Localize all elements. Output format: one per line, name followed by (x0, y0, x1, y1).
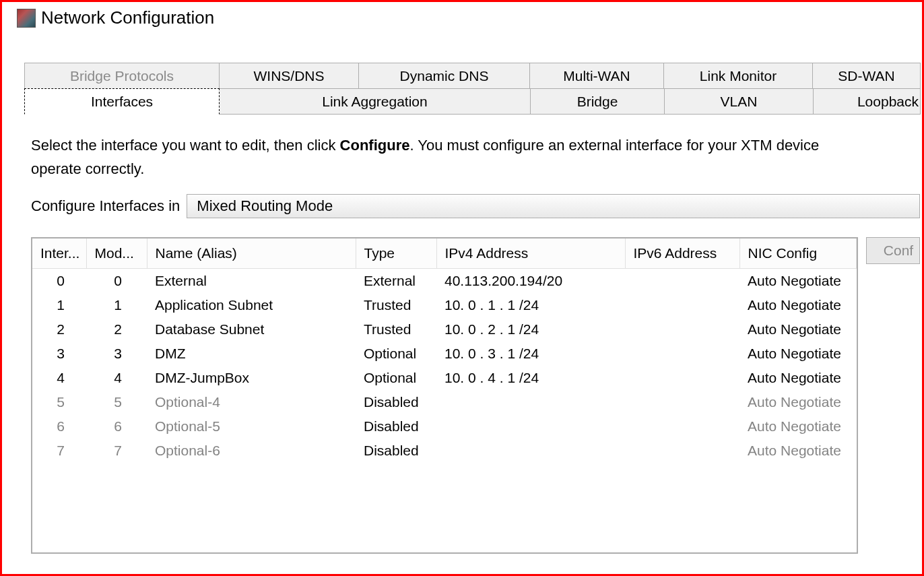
cell-ipv6 (625, 414, 739, 439)
cell-ipv4: 10. 0 . 3 . 1 /24 (436, 342, 625, 366)
cell-interface: 4 (32, 366, 86, 390)
tab-row-back: Bridge Protocols WINS/DNS Dynamic DNS Mu… (24, 63, 920, 88)
cell-module: 0 (86, 269, 147, 294)
tab-link-monitor[interactable]: Link Monitor (663, 63, 813, 89)
cell-interface: 6 (32, 414, 86, 439)
cell-name: Optional-4 (147, 390, 356, 414)
cell-type: Trusted (356, 317, 436, 342)
client-area: Bridge Protocols WINS/DNS Dynamic DNS Mu… (4, 42, 920, 572)
tab-row-front: Interfaces Link Aggregation Bridge VLAN … (24, 88, 920, 114)
cell-name: Database Subnet (147, 317, 356, 342)
col-type[interactable]: Type (356, 238, 436, 269)
cell-ipv4 (436, 390, 625, 414)
cell-ipv4: 10. 0 . 4 . 1 /24 (436, 366, 625, 390)
routing-mode-value: Mixed Routing Mode (197, 197, 333, 215)
col-ipv6-address[interactable]: IPv6 Address (625, 238, 739, 269)
cell-nic: Auto Negotiate (739, 317, 857, 342)
tab-sd-wan[interactable]: SD-WAN (812, 63, 921, 89)
cell-module: 6 (86, 414, 147, 439)
instruction-bold: Configure (340, 137, 410, 154)
cell-type: Optional (356, 366, 436, 390)
routing-mode-select[interactable]: Mixed Routing Mode (187, 194, 920, 218)
cell-interface: 3 (32, 342, 86, 366)
cell-interface: 2 (32, 317, 86, 342)
tab-bridge[interactable]: Bridge (530, 88, 665, 115)
cell-nic: Auto Negotiate (739, 414, 857, 439)
table-row[interactable]: 33DMZOptional10. 0 . 3 . 1 /24Auto Negot… (32, 342, 857, 366)
instruction-pre: Select the interface you want to edit, t… (31, 137, 340, 154)
instruction-post: . You must configure an external interfa… (409, 137, 819, 154)
cell-ipv6 (625, 342, 739, 366)
tab-loopback[interactable]: Loopback (813, 88, 921, 115)
configure-button[interactable]: Conf (866, 237, 920, 264)
tab-link-aggregation[interactable]: Link Aggregation (219, 88, 531, 115)
interfaces-grid[interactable]: Inter... Mod... Name (Alias) Type IPv4 A… (31, 237, 858, 554)
cell-nic: Auto Negotiate (739, 342, 857, 366)
cell-module: 3 (86, 342, 147, 366)
cell-ipv6 (625, 366, 739, 390)
cell-interface: 0 (32, 269, 86, 294)
instruction-text: Select the interface you want to edit, t… (31, 133, 920, 181)
tab-vlan[interactable]: VLAN (664, 88, 814, 115)
table-row[interactable]: 00ExternalExternal40.113.200.194/20Auto … (32, 269, 857, 294)
table-row[interactable]: 22Database SubnetTrusted10. 0 . 2 . 1 /2… (32, 317, 857, 342)
cell-ipv6 (625, 269, 739, 294)
cell-type: Trusted (356, 293, 436, 317)
cell-nic: Auto Negotiate (739, 269, 857, 294)
mode-label: Configure Interfaces in (31, 197, 180, 215)
table-row[interactable]: 77Optional-6DisabledAuto Negotiate (32, 439, 857, 463)
col-nic-config[interactable]: NIC Config (739, 238, 857, 269)
col-module[interactable]: Mod... (86, 238, 147, 269)
cell-ipv6 (625, 390, 739, 414)
table-row[interactable]: 66Optional-5DisabledAuto Negotiate (32, 414, 857, 439)
col-interface[interactable]: Inter... (32, 238, 86, 269)
title-bar: Network Configuration (2, 2, 922, 31)
tab-wins-dns[interactable]: WINS/DNS (219, 63, 359, 89)
cell-module: 5 (86, 390, 147, 414)
cell-ipv4: 40.113.200.194/20 (436, 269, 625, 294)
window-title: Network Configuration (41, 7, 214, 28)
cell-interface: 1 (32, 293, 86, 317)
cell-ipv6 (625, 293, 739, 317)
cell-name: Application Subnet (147, 293, 356, 317)
col-ipv4-address[interactable]: IPv4 Address (436, 238, 625, 269)
tab-dynamic-dns[interactable]: Dynamic DNS (358, 63, 530, 89)
cell-type: Optional (356, 342, 436, 366)
cell-name: DMZ (147, 342, 356, 366)
tab-bridge-protocols[interactable]: Bridge Protocols (24, 63, 220, 89)
cell-name: DMZ-JumpBox (147, 366, 356, 390)
cell-ipv4: 10. 0 . 2 . 1 /24 (436, 317, 625, 342)
cell-nic: Auto Negotiate (739, 366, 857, 390)
cell-nic: Auto Negotiate (739, 293, 857, 317)
tab-multi-wan[interactable]: Multi-WAN (529, 63, 664, 89)
grid-header-row: Inter... Mod... Name (Alias) Type IPv4 A… (32, 238, 857, 269)
cell-nic: Auto Negotiate (739, 390, 857, 414)
cell-ipv4: 10. 0 . 1 . 1 /24 (436, 293, 625, 317)
cell-ipv6 (625, 439, 739, 463)
cell-ipv4 (436, 414, 625, 439)
table-row[interactable]: 11Application SubnetTrusted10. 0 . 1 . 1… (32, 293, 857, 317)
mode-row: Configure Interfaces in Mixed Routing Mo… (31, 194, 920, 218)
table-row[interactable]: 55Optional-4DisabledAuto Negotiate (32, 390, 857, 414)
tab-strip: Bridge Protocols WINS/DNS Dynamic DNS Mu… (4, 42, 920, 554)
app-icon (17, 9, 36, 28)
cell-ipv6 (625, 317, 739, 342)
cell-module: 2 (86, 317, 147, 342)
cell-type: Disabled (356, 390, 436, 414)
cell-name: Optional-5 (147, 414, 356, 439)
side-buttons: Conf (866, 237, 920, 554)
cell-module: 1 (86, 293, 147, 317)
window-frame: Network Configuration Bridge Protocols W… (0, 0, 924, 576)
cell-module: 7 (86, 439, 147, 463)
table-row[interactable]: 44DMZ-JumpBoxOptional10. 0 . 4 . 1 /24Au… (32, 366, 857, 390)
cell-module: 4 (86, 366, 147, 390)
cell-type: External (356, 269, 436, 294)
col-name-alias[interactable]: Name (Alias) (147, 238, 356, 269)
interfaces-panel: Select the interface you want to edit, t… (24, 114, 920, 554)
cell-interface: 7 (32, 439, 86, 463)
cell-name: Optional-6 (147, 439, 356, 463)
tab-interfaces[interactable]: Interfaces (24, 88, 220, 115)
cell-ipv4 (436, 439, 625, 463)
table-area: Inter... Mod... Name (Alias) Type IPv4 A… (31, 237, 920, 554)
cell-nic: Auto Negotiate (739, 439, 857, 463)
